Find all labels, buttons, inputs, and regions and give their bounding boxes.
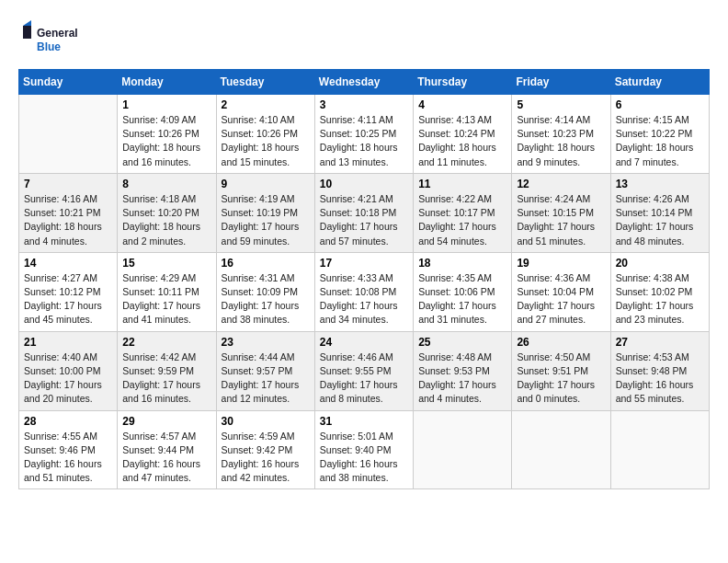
weekday-header-saturday: Saturday xyxy=(610,70,709,95)
day-info: Sunrise: 4:27 AMSunset: 10:12 PMDaylight… xyxy=(24,271,112,327)
calendar-cell: 6Sunrise: 4:15 AMSunset: 10:22 PMDayligh… xyxy=(610,95,709,174)
day-info: Sunrise: 4:48 AMSunset: 9:53 PMDaylight:… xyxy=(418,350,506,407)
day-number: 18 xyxy=(418,257,506,270)
weekday-header-row: SundayMondayTuesdayWednesdayThursdayFrid… xyxy=(19,70,710,95)
day-number: 19 xyxy=(517,257,605,270)
day-number: 28 xyxy=(24,415,112,428)
calendar-cell: 17Sunrise: 4:33 AMSunset: 10:08 PMDaylig… xyxy=(314,252,413,331)
calendar-cell: 25Sunrise: 4:48 AMSunset: 9:53 PMDayligh… xyxy=(414,331,512,410)
calendar-cell xyxy=(512,410,610,489)
calendar-cell: 29Sunrise: 4:57 AMSunset: 9:44 PMDayligh… xyxy=(118,410,216,489)
day-number: 21 xyxy=(24,336,112,349)
day-number: 14 xyxy=(24,257,112,270)
day-number: 5 xyxy=(517,98,605,111)
calendar-cell: 3Sunrise: 4:11 AMSunset: 10:25 PMDayligh… xyxy=(314,95,413,174)
calendar-cell: 2Sunrise: 4:10 AMSunset: 10:26 PMDayligh… xyxy=(216,95,314,174)
day-number: 23 xyxy=(222,336,310,349)
calendar-cell: 5Sunrise: 4:14 AMSunset: 10:23 PMDayligh… xyxy=(512,95,610,174)
logo: General Blue xyxy=(18,18,83,60)
day-number: 11 xyxy=(418,178,506,190)
day-number: 13 xyxy=(616,178,704,190)
day-number: 27 xyxy=(616,336,704,349)
logo-svg: General Blue xyxy=(18,18,83,60)
weekday-header-monday: Monday xyxy=(118,70,216,95)
calendar-cell: 28Sunrise: 4:55 AMSunset: 9:46 PMDayligh… xyxy=(19,410,118,489)
calendar-cell: 19Sunrise: 4:36 AMSunset: 10:04 PMDaylig… xyxy=(512,252,610,331)
weekday-header-tuesday: Tuesday xyxy=(216,70,314,95)
day-info: Sunrise: 4:40 AMSunset: 10:00 PMDaylight… xyxy=(24,350,112,407)
day-number: 20 xyxy=(616,257,704,270)
day-info: Sunrise: 4:13 AMSunset: 10:24 PMDaylight… xyxy=(418,113,506,169)
day-number: 10 xyxy=(320,178,408,190)
calendar-cell: 31Sunrise: 5:01 AMSunset: 9:40 PMDayligh… xyxy=(314,410,413,489)
day-number: 26 xyxy=(517,336,605,349)
calendar-cell: 27Sunrise: 4:53 AMSunset: 9:48 PMDayligh… xyxy=(610,331,709,410)
day-info: Sunrise: 4:09 AMSunset: 10:26 PMDaylight… xyxy=(122,113,210,169)
day-info: Sunrise: 4:53 AMSunset: 9:48 PMDaylight:… xyxy=(616,350,704,407)
day-info: Sunrise: 5:01 AMSunset: 9:40 PMDaylight:… xyxy=(320,430,408,486)
calendar-table: SundayMondayTuesdayWednesdayThursdayFrid… xyxy=(18,69,710,489)
calendar-cell: 22Sunrise: 4:42 AMSunset: 9:59 PMDayligh… xyxy=(118,331,216,410)
day-number: 31 xyxy=(320,415,408,428)
calendar-cell: 10Sunrise: 4:21 AMSunset: 10:18 PMDaylig… xyxy=(314,173,413,252)
calendar-cell: 15Sunrise: 4:29 AMSunset: 10:11 PMDaylig… xyxy=(118,252,216,331)
svg-text:General: General xyxy=(37,27,78,40)
day-number: 29 xyxy=(122,415,210,428)
calendar-cell: 13Sunrise: 4:26 AMSunset: 10:14 PMDaylig… xyxy=(610,173,709,252)
svg-rect-4 xyxy=(23,26,31,39)
weekday-header-sunday: Sunday xyxy=(19,70,118,95)
day-info: Sunrise: 4:46 AMSunset: 9:55 PMDaylight:… xyxy=(320,350,408,407)
day-number: 7 xyxy=(24,178,112,190)
day-info: Sunrise: 4:18 AMSunset: 10:20 PMDaylight… xyxy=(122,192,210,248)
calendar-cell: 4Sunrise: 4:13 AMSunset: 10:24 PMDayligh… xyxy=(414,95,512,174)
day-number: 6 xyxy=(616,98,704,111)
day-info: Sunrise: 4:10 AMSunset: 10:26 PMDaylight… xyxy=(222,113,310,169)
calendar-cell xyxy=(19,95,118,174)
day-info: Sunrise: 4:35 AMSunset: 10:06 PMDaylight… xyxy=(418,271,506,327)
day-info: Sunrise: 4:33 AMSunset: 10:08 PMDaylight… xyxy=(320,271,408,327)
day-info: Sunrise: 4:16 AMSunset: 10:21 PMDaylight… xyxy=(24,192,112,248)
page-header: General Blue xyxy=(18,18,710,60)
calendar-cell xyxy=(414,410,512,489)
calendar-cell xyxy=(610,410,709,489)
day-number: 15 xyxy=(122,257,210,270)
day-info: Sunrise: 4:11 AMSunset: 10:25 PMDaylight… xyxy=(320,113,408,169)
weekday-header-wednesday: Wednesday xyxy=(314,70,413,95)
day-number: 22 xyxy=(122,336,210,349)
calendar-cell: 20Sunrise: 4:38 AMSunset: 10:02 PMDaylig… xyxy=(610,252,709,331)
day-number: 4 xyxy=(418,98,506,111)
day-number: 2 xyxy=(222,98,310,111)
day-info: Sunrise: 4:50 AMSunset: 9:51 PMDaylight:… xyxy=(517,350,605,407)
day-number: 25 xyxy=(418,336,506,349)
day-info: Sunrise: 4:44 AMSunset: 9:57 PMDaylight:… xyxy=(222,350,310,407)
day-info: Sunrise: 4:42 AMSunset: 9:59 PMDaylight:… xyxy=(122,350,210,407)
day-info: Sunrise: 4:57 AMSunset: 9:44 PMDaylight:… xyxy=(122,430,210,486)
day-info: Sunrise: 4:19 AMSunset: 10:19 PMDaylight… xyxy=(222,192,310,248)
day-number: 1 xyxy=(122,98,210,111)
day-info: Sunrise: 4:26 AMSunset: 10:14 PMDaylight… xyxy=(616,192,704,248)
calendar-cell: 16Sunrise: 4:31 AMSunset: 10:09 PMDaylig… xyxy=(216,252,314,331)
day-number: 30 xyxy=(222,415,310,428)
day-info: Sunrise: 4:14 AMSunset: 10:23 PMDaylight… xyxy=(517,113,605,169)
day-number: 16 xyxy=(222,257,310,270)
day-info: Sunrise: 4:15 AMSunset: 10:22 PMDaylight… xyxy=(616,113,704,169)
day-info: Sunrise: 4:38 AMSunset: 10:02 PMDaylight… xyxy=(616,271,704,327)
day-info: Sunrise: 4:36 AMSunset: 10:04 PMDaylight… xyxy=(517,271,605,327)
day-info: Sunrise: 4:22 AMSunset: 10:17 PMDaylight… xyxy=(418,192,506,248)
day-number: 9 xyxy=(222,178,310,190)
calendar-cell: 23Sunrise: 4:44 AMSunset: 9:57 PMDayligh… xyxy=(216,331,314,410)
calendar-cell: 21Sunrise: 4:40 AMSunset: 10:00 PMDaylig… xyxy=(19,331,118,410)
day-number: 12 xyxy=(517,178,605,190)
calendar-week-row: 7Sunrise: 4:16 AMSunset: 10:21 PMDayligh… xyxy=(19,173,710,252)
day-number: 3 xyxy=(320,98,408,111)
calendar-cell: 11Sunrise: 4:22 AMSunset: 10:17 PMDaylig… xyxy=(414,173,512,252)
weekday-header-friday: Friday xyxy=(512,70,610,95)
calendar-cell: 14Sunrise: 4:27 AMSunset: 10:12 PMDaylig… xyxy=(19,252,118,331)
calendar-cell: 26Sunrise: 4:50 AMSunset: 9:51 PMDayligh… xyxy=(512,331,610,410)
day-info: Sunrise: 4:59 AMSunset: 9:42 PMDaylight:… xyxy=(222,430,310,486)
svg-text:Blue: Blue xyxy=(37,40,61,53)
calendar-cell: 9Sunrise: 4:19 AMSunset: 10:19 PMDayligh… xyxy=(216,173,314,252)
day-info: Sunrise: 4:31 AMSunset: 10:09 PMDaylight… xyxy=(222,271,310,327)
calendar-cell: 18Sunrise: 4:35 AMSunset: 10:06 PMDaylig… xyxy=(414,252,512,331)
weekday-header-thursday: Thursday xyxy=(414,70,512,95)
